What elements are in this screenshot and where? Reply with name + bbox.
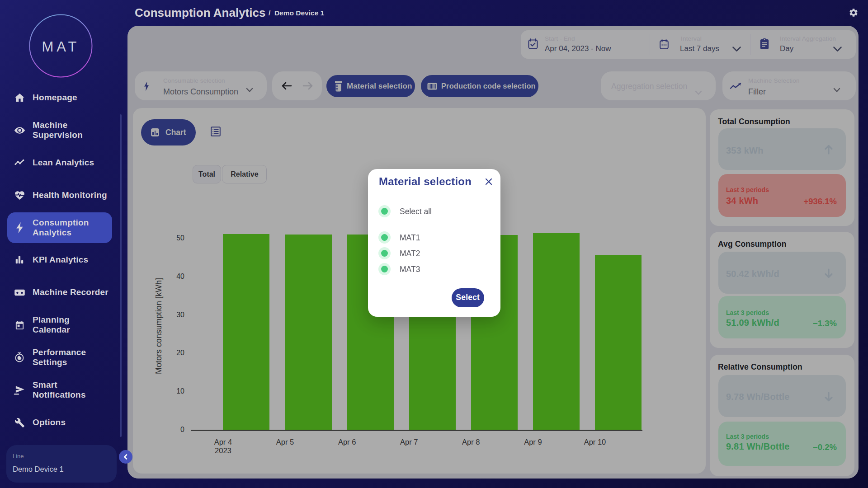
svg-text:MAT: MAT xyxy=(42,39,80,55)
